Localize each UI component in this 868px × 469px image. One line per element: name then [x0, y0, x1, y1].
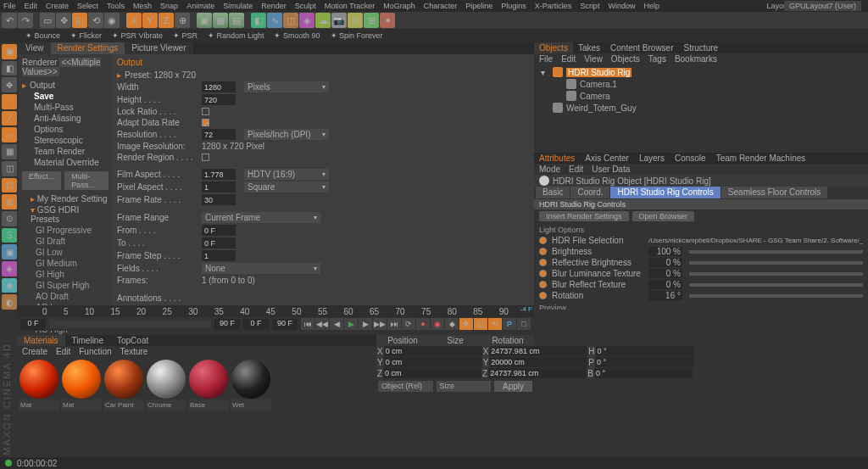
- timeline-end[interactable]: 90 F: [214, 319, 240, 330]
- tab-render-settings[interactable]: Render Settings: [51, 42, 125, 54]
- material-mat[interactable]: Mat: [61, 359, 102, 410]
- y-pos-input[interactable]: [384, 357, 482, 367]
- menu-edit[interactable]: Edit: [25, 2, 38, 10]
- generator-icon[interactable]: ◫: [283, 13, 298, 28]
- cmd-psr-vibrate[interactable]: ✦ PSR Vibrate: [112, 31, 163, 40]
- render-settings-icon[interactable]: ▤: [229, 13, 244, 28]
- key-rot-icon[interactable]: ⟲: [488, 318, 502, 330]
- next-key-icon[interactable]: ▶▶: [373, 318, 387, 330]
- lock-ratio-checkbox[interactable]: [202, 108, 209, 115]
- mode-b-icon[interactable]: ◉: [2, 278, 17, 293]
- world-axis-icon[interactable]: ⊕: [175, 13, 190, 28]
- attr-edit[interactable]: Edit: [569, 165, 583, 174]
- effect-button[interactable]: Effect...: [22, 171, 61, 190]
- timeline-slider[interactable]: [49, 320, 211, 328]
- spline-icon[interactable]: ∿: [267, 13, 282, 28]
- tab-attributes[interactable]: Attributes: [534, 153, 580, 164]
- resolution-input[interactable]: [202, 129, 236, 140]
- render-region-icon[interactable]: ▦: [213, 13, 228, 28]
- attr-userdata[interactable]: User Data: [592, 165, 630, 174]
- menu-animate[interactable]: Animate: [186, 2, 214, 10]
- timeline-start[interactable]: 0 F: [20, 319, 46, 330]
- step-input[interactable]: [202, 250, 236, 261]
- mat-texture[interactable]: Texture: [120, 347, 148, 356]
- z-size-input[interactable]: [488, 368, 587, 378]
- obj-menu-bookmarks[interactable]: Bookmarks: [675, 54, 717, 64]
- menu-mesh[interactable]: Mesh: [133, 2, 152, 10]
- menu-help[interactable]: Help: [643, 2, 659, 10]
- blur-lum-slider[interactable]: [689, 272, 863, 276]
- tree-save[interactable]: Save: [22, 91, 108, 102]
- deformer-icon[interactable]: ◈: [299, 13, 314, 28]
- brightness-slider[interactable]: [689, 250, 863, 254]
- object-mode-dropdown[interactable]: Object (Rel): [378, 381, 433, 392]
- menu-mograph[interactable]: MoGraph: [383, 2, 415, 10]
- redo-icon[interactable]: ↷: [18, 13, 33, 28]
- preset-label[interactable]: Preset: 1280 x 720: [125, 70, 196, 80]
- tree-aa[interactable]: Anti-Aliasing: [22, 113, 108, 124]
- key-pla-icon[interactable]: □: [517, 318, 531, 330]
- blur-refl-value[interactable]: 0 %: [648, 280, 682, 289]
- menu-render[interactable]: Render: [261, 2, 287, 10]
- btab-basic[interactable]: Basic: [536, 187, 570, 198]
- select-tool-icon[interactable]: ▭: [40, 13, 55, 28]
- menu-script[interactable]: Script: [580, 2, 599, 10]
- insert-render-button[interactable]: Insert Render Settings: [539, 211, 629, 221]
- menu-sculpt[interactable]: Sculpt: [295, 2, 316, 10]
- sculpt-icon[interactable]: S: [2, 228, 17, 243]
- obj-row[interactable]: Camera.1: [539, 78, 863, 90]
- viewport-icon[interactable]: ▣: [2, 244, 17, 260]
- x-axis-icon[interactable]: X: [126, 13, 142, 28]
- tree-mat[interactable]: Material Override: [22, 157, 108, 168]
- tab-materials[interactable]: Materials: [17, 335, 65, 346]
- menu-motion tracker[interactable]: Motion Tracker: [325, 2, 376, 10]
- model-mode-icon[interactable]: ▣: [2, 44, 17, 59]
- lasso-tool-icon[interactable]: ◉: [104, 13, 120, 28]
- obj-row[interactable]: Weird_Totem_Guy: [539, 102, 863, 114]
- menu-file[interactable]: File: [3, 2, 16, 10]
- tab-timeline[interactable]: Timeline: [65, 335, 110, 346]
- open-browser-button[interactable]: Open Browser: [632, 211, 695, 221]
- poly-mode-icon[interactable]: ▱: [2, 127, 17, 142]
- render-icon[interactable]: ▣: [197, 13, 212, 28]
- dpi-dropdown[interactable]: Pixels/Inch (DPI): [244, 129, 329, 140]
- y-size-input[interactable]: [489, 357, 587, 367]
- material-car-paint[interactable]: Car Paint: [103, 359, 144, 410]
- frame-range-dropdown[interactable]: Current Frame: [202, 212, 320, 223]
- timeline-cur2[interactable]: 90 F: [272, 319, 298, 330]
- key-param-icon[interactable]: P: [503, 318, 516, 330]
- move-tool-icon[interactable]: ✥: [56, 13, 71, 28]
- cmd-bounce[interactable]: ✦ Bounce: [25, 31, 60, 40]
- menu-plugins[interactable]: Plugins: [501, 2, 526, 10]
- menu-pipeline[interactable]: Pipeline: [465, 2, 492, 10]
- framerate-input[interactable]: [202, 194, 236, 205]
- prev-frame-icon[interactable]: ◀: [330, 318, 343, 330]
- blur-refl-slider[interactable]: [689, 283, 863, 287]
- tab-console[interactable]: Console: [670, 153, 711, 164]
- menu-tools[interactable]: Tools: [107, 2, 125, 10]
- obj-row[interactable]: Camera: [539, 90, 863, 102]
- preset-gi-super-high[interactable]: GI Super High: [22, 280, 108, 291]
- width-input[interactable]: [202, 81, 236, 92]
- edge-mode-icon[interactable]: ╱: [2, 111, 17, 126]
- tab-takes[interactable]: Takes: [573, 42, 605, 53]
- menu-window[interactable]: Window: [608, 2, 635, 10]
- scale-tool-icon[interactable]: ◱: [72, 13, 87, 28]
- to-input[interactable]: [202, 237, 236, 248]
- snap-icon[interactable]: ⊙: [2, 211, 17, 226]
- tree-stereo[interactable]: Stereoscopic: [22, 135, 108, 146]
- uv-point-icon[interactable]: ⊡: [2, 178, 17, 193]
- apply-button[interactable]: Apply: [494, 381, 532, 392]
- b-rot-input[interactable]: [594, 368, 693, 378]
- mograph-icon[interactable]: ⊞: [364, 13, 379, 28]
- point-mode-icon[interactable]: ·: [2, 94, 17, 109]
- blur-lum-value[interactable]: 0 %: [648, 269, 682, 278]
- z-axis-icon[interactable]: Z: [159, 13, 174, 28]
- goto-start-icon[interactable]: ⏮: [301, 318, 314, 330]
- light-icon[interactable]: ☀: [348, 13, 363, 28]
- menu-character[interactable]: Character: [424, 2, 458, 10]
- x-size-input[interactable]: [489, 346, 587, 356]
- key-scale-icon[interactable]: ◱: [474, 318, 487, 330]
- size-mode-dropdown[interactable]: Size: [437, 381, 492, 392]
- object-mode-icon[interactable]: ◧: [2, 61, 17, 76]
